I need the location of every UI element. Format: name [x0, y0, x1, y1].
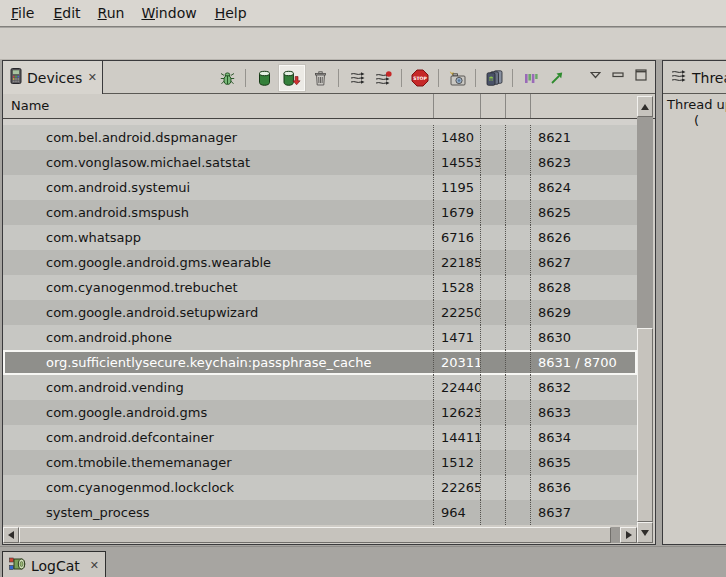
process-port: 8623 [530, 150, 637, 175]
process-pid: 1480 [433, 125, 480, 150]
column-empty [505, 475, 530, 500]
process-row[interactable]: org.sufficientlysecure.keychain:passphra… [3, 350, 637, 375]
start-opengl-trace-button[interactable] [546, 67, 568, 89]
device-phone-icon [10, 68, 22, 87]
application-window: FileEditRunWindowHelp Devices ✕ STOP Nam… [0, 0, 726, 577]
process-pid: 964 [433, 500, 480, 525]
process-port: 8632 [530, 375, 637, 400]
column-separator[interactable] [505, 94, 506, 118]
column-empty [480, 125, 505, 150]
tab-devices[interactable]: Devices ✕ [3, 61, 103, 94]
column-empty [505, 175, 530, 200]
process-row[interactable]: com.google.android.gms126238633 [3, 400, 637, 425]
devices-view: Devices ✕ STOP Name com.bel.android.dspm… [2, 60, 656, 545]
process-row[interactable]: com.android.defcontainer144118634 [3, 425, 637, 450]
process-name: com.google.android.setupwizard [3, 300, 433, 325]
process-name: com.android.vending [3, 375, 433, 400]
tab-threads-label[interactable]: Threads [692, 70, 726, 86]
process-row[interactable]: com.cyanogenmod.trebuchet15288628 [3, 275, 637, 300]
process-row[interactable]: com.android.smspush16798625 [3, 200, 637, 225]
threads-tab-bar: Threads [663, 61, 726, 94]
device-table-header[interactable]: Name [3, 94, 655, 119]
process-name: com.google.android.gms.wearable [3, 250, 433, 275]
toolbar-separator [401, 69, 402, 87]
stop-process-button[interactable]: STOP [409, 67, 431, 89]
toolbar-separator [245, 69, 246, 87]
process-pid: 14553 [433, 150, 480, 175]
update-threads-button[interactable] [346, 67, 368, 89]
process-name: com.tmobile.thememanager [3, 450, 433, 475]
process-port: 8631 / 8700 [530, 350, 637, 375]
threads-message: Thread up ( [663, 97, 726, 129]
process-name: com.android.phone [3, 325, 433, 350]
process-row[interactable]: com.cyanogenmod.lockclock222658636 [3, 475, 637, 500]
horizontal-scrollbar-thumb[interactable] [19, 527, 611, 543]
column-empty [505, 150, 530, 175]
process-row[interactable]: com.whatsapp67168626 [3, 225, 637, 250]
process-port: 8635 [530, 450, 637, 475]
update-heap-button[interactable] [253, 67, 275, 89]
scroll-up-button[interactable] [637, 96, 653, 117]
column-empty [505, 300, 530, 325]
process-row[interactable]: com.google.android.gms.wearable221858627 [3, 250, 637, 275]
process-port: 8630 [530, 325, 637, 350]
threads-icon [670, 69, 686, 86]
process-row[interactable]: com.android.phone14718630 [3, 325, 637, 350]
threads-view: Threads Thread up ( [662, 60, 726, 545]
column-empty [505, 375, 530, 400]
close-icon[interactable]: ✕ [88, 72, 97, 83]
up-arrow-icon [641, 104, 649, 110]
vertical-scrollbar-thumb[interactable] [637, 328, 653, 522]
threads-message-line1: Thread up [667, 97, 726, 113]
scroll-down-button[interactable] [637, 522, 653, 543]
column-empty [480, 350, 505, 375]
screen-capture-button[interactable] [446, 67, 468, 89]
cause-gc-button[interactable] [309, 67, 331, 89]
menu-run[interactable]: Run [95, 3, 128, 23]
process-row[interactable]: com.vonglasow.michael.satstat145538623 [3, 150, 637, 175]
column-separator[interactable] [530, 94, 531, 118]
column-separator[interactable] [480, 94, 481, 118]
process-pid: 1195 [433, 175, 480, 200]
vertical-scrollbar[interactable] [637, 96, 653, 543]
dump-hprof-file-button[interactable] [279, 65, 305, 91]
column-header-name[interactable]: Name [11, 94, 49, 118]
minimize-view-button[interactable] [612, 72, 624, 78]
column-empty [505, 250, 530, 275]
view-menu-button[interactable] [590, 71, 601, 79]
maximize-view-button[interactable] [635, 69, 647, 81]
column-empty [480, 475, 505, 500]
tab-logcat[interactable]: LogCat ✕ [2, 551, 106, 577]
menu-file[interactable]: File [8, 3, 37, 23]
process-row[interactable]: com.android.vending224408632 [3, 375, 637, 400]
menu-help[interactable]: Help [212, 3, 250, 23]
process-row[interactable]: com.android.systemui11958624 [3, 175, 637, 200]
column-separator[interactable] [433, 94, 434, 118]
bottom-view-strip: LogCat ✕ [0, 546, 726, 577]
column-empty [505, 350, 530, 375]
process-pid: 1512 [433, 450, 480, 475]
scroll-right-button[interactable] [620, 527, 637, 543]
menu-window[interactable]: Window [138, 3, 199, 23]
down-arrow-icon [641, 530, 649, 536]
debug-selected-process-button[interactable] [216, 67, 238, 89]
column-empty [505, 450, 530, 475]
column-empty [480, 300, 505, 325]
process-row[interactable]: com.google.android.setupwizard222508629 [3, 300, 637, 325]
menu-edit[interactable]: Edit [50, 3, 83, 23]
column-empty [505, 400, 530, 425]
process-row[interactable]: system_process9648637 [3, 500, 637, 525]
horizontal-scrollbar[interactable] [3, 527, 637, 543]
close-icon[interactable]: ✕ [90, 560, 99, 571]
capture-system-trace-button[interactable] [520, 67, 542, 89]
process-row[interactable]: com.bel.android.dspmanager14808621 [3, 125, 637, 150]
process-port: 8624 [530, 175, 637, 200]
column-empty [480, 275, 505, 300]
process-port: 8628 [530, 275, 637, 300]
scroll-left-button[interactable] [3, 527, 19, 543]
dump-view-hierarchy-button[interactable] [483, 67, 505, 89]
process-port: 8625 [530, 200, 637, 225]
process-row[interactable]: com.tmobile.thememanager15128635 [3, 450, 637, 475]
start-method-profiling-button[interactable] [372, 67, 394, 89]
process-name: com.bel.android.dspmanager [3, 125, 433, 150]
